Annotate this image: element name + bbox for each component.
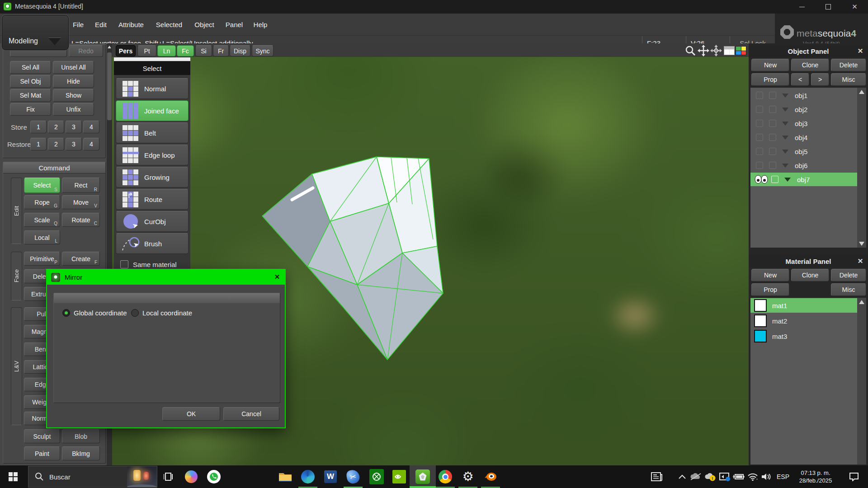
lock-checkbox[interactable]	[769, 92, 776, 99]
cmd-rotate-button[interactable]: RotateC	[62, 213, 100, 227]
object-prop-button[interactable]: Prop	[751, 73, 789, 86]
menu-item-attribute[interactable]: Attribute	[114, 14, 148, 35]
material-clone-button[interactable]: Clone	[791, 269, 829, 282]
select-mode-edge-loop[interactable]: Edge loop	[116, 145, 189, 165]
select-mode-curobj[interactable]: ➤ CurObj	[116, 211, 189, 232]
object-row-obj7-selected[interactable]: obj7	[750, 173, 857, 186]
lock-checkbox[interactable]	[771, 176, 778, 183]
lock-checkbox[interactable]	[769, 106, 776, 113]
cmd-primitive-button[interactable]: PrimitiveP	[24, 252, 60, 266]
visibility-checkbox[interactable]	[756, 162, 763, 169]
lock-checkbox[interactable]	[769, 162, 776, 169]
expand-icon[interactable]	[782, 108, 788, 112]
local-coordinate-radio[interactable]: Local coordinate	[131, 309, 192, 317]
visibility-checkbox[interactable]	[756, 120, 763, 127]
visibility-checkbox[interactable]	[756, 106, 763, 113]
menu-item-help[interactable]: Help	[250, 14, 271, 35]
sel-obj-button[interactable]: Sel Obj	[10, 75, 51, 88]
cmd-select-button[interactable]: SelectS	[24, 178, 60, 193]
restore-slot-3[interactable]: 3	[66, 138, 82, 150]
settings-icon[interactable]: ⚙	[457, 465, 479, 488]
onedrive-paused-icon[interactable]	[688, 465, 703, 488]
scroll-down-icon[interactable]	[857, 239, 866, 248]
restore-slot-2[interactable]: 2	[48, 138, 64, 150]
object-row-obj6[interactable]: obj6	[750, 159, 857, 172]
scroll-up-icon[interactable]	[107, 43, 112, 51]
lock-checkbox[interactable]	[769, 120, 776, 127]
store-slot-4[interactable]: 4	[83, 121, 99, 133]
object-row-obj4[interactable]: obj4	[750, 131, 857, 144]
lock-checkbox[interactable]	[769, 148, 776, 155]
select-mode-joined-face[interactable]: Joined face	[116, 100, 189, 121]
blender-icon[interactable]	[479, 465, 502, 488]
xbox-cloud-gaming-icon[interactable]	[365, 465, 388, 488]
menu-item-object[interactable]: Object	[191, 14, 218, 35]
select-mode-growing[interactable]: Growing	[116, 167, 189, 188]
volume-icon[interactable]	[759, 465, 774, 488]
sel-mat-button[interactable]: Sel Mat	[10, 89, 51, 102]
unsel-all-button[interactable]: Unsel All	[53, 61, 94, 74]
maximize-button[interactable]	[815, 0, 841, 14]
search-box[interactable]: Buscar	[28, 466, 157, 488]
zoom-icon[interactable]	[684, 45, 696, 58]
pan-icon[interactable]	[698, 45, 709, 58]
cmd-scale-button[interactable]: ScaleQ	[24, 213, 60, 227]
color-grid-icon[interactable]	[736, 46, 746, 55]
sel-all-button[interactable]: Sel All	[10, 61, 51, 74]
select-mode-belt[interactable]: Belt	[116, 122, 189, 143]
nvidia-icon[interactable]	[388, 465, 410, 488]
visibility-checkbox[interactable]	[756, 134, 763, 141]
cloud-alert-icon[interactable]: !	[703, 465, 718, 488]
lock-checkbox[interactable]	[769, 134, 776, 141]
select-mode-normal[interactable]: Normal	[116, 78, 189, 99]
object-misc-button[interactable]: Misc	[831, 73, 866, 86]
restore-slot-1[interactable]: 1	[30, 138, 47, 150]
command-header[interactable]: Command	[3, 162, 105, 174]
object-row-obj3[interactable]: obj3	[750, 117, 857, 130]
select-mode-route[interactable]: ↱ Route	[116, 189, 189, 210]
material-misc-button[interactable]: Misc	[831, 283, 866, 296]
cmd-bkimg-button[interactable]: BkImg	[62, 446, 100, 460]
hide-button[interactable]: Hide	[53, 75, 94, 88]
cmd-sculpt-button[interactable]: Sculpt	[24, 429, 60, 443]
object-prev-button[interactable]: <	[791, 73, 809, 86]
tab-pt[interactable]: Pt	[137, 45, 156, 56]
view-grid-icon[interactable]	[724, 46, 735, 55]
battery-icon[interactable]	[731, 465, 746, 488]
expand-icon[interactable]	[782, 122, 788, 126]
tab-fc[interactable]: Fc	[177, 45, 194, 56]
clock[interactable]: 07:13 p. m. 28/feb./2025	[794, 465, 837, 488]
project-screen-icon[interactable]	[717, 465, 732, 488]
material-list-scrollbar[interactable]	[857, 298, 866, 465]
edge-icon[interactable]	[297, 465, 319, 488]
material-delete-button[interactable]: Delete	[831, 269, 866, 282]
whatsapp-icon[interactable]	[203, 465, 225, 488]
material-row-mat3[interactable]: mat3	[750, 329, 857, 343]
chrome-icon[interactable]	[434, 465, 457, 488]
tab-fr[interactable]: Fr	[213, 45, 229, 56]
cmd-blob-button[interactable]: Blob	[62, 429, 100, 443]
orbit-icon[interactable]	[710, 45, 722, 58]
scroll-up-icon[interactable]	[857, 298, 866, 306]
object-row-obj5[interactable]: obj5	[750, 145, 857, 158]
menu-item-selected[interactable]: Selected	[153, 14, 185, 35]
store-slot-2[interactable]: 2	[48, 121, 64, 133]
tab-si[interactable]: Si	[195, 45, 212, 56]
cmd-rect-button[interactable]: RectR	[62, 178, 100, 193]
store-slot-1[interactable]: 1	[30, 121, 47, 133]
cmd-rope-button[interactable]: RopeG	[24, 195, 60, 209]
scrollbar-thumb[interactable]	[107, 52, 112, 120]
expand-icon[interactable]	[782, 164, 788, 168]
minimize-button[interactable]	[789, 0, 815, 14]
material-panel-close-icon[interactable]: ✕	[856, 257, 864, 265]
tray-expand-chevron-icon[interactable]	[675, 465, 690, 488]
ok-button[interactable]: OK	[162, 407, 220, 421]
file-explorer-icon[interactable]	[274, 465, 297, 488]
material-row-mat2[interactable]: mat2	[750, 314, 857, 328]
cmd-create-button[interactable]: CreateF	[62, 252, 100, 266]
menu-item-edit[interactable]: Edit	[90, 14, 111, 35]
cmd-paint-button[interactable]: Paint	[24, 446, 60, 460]
object-list-scrollbar[interactable]	[857, 88, 866, 248]
tab-pers[interactable]: Pers	[116, 45, 136, 56]
expand-icon[interactable]	[782, 136, 788, 140]
